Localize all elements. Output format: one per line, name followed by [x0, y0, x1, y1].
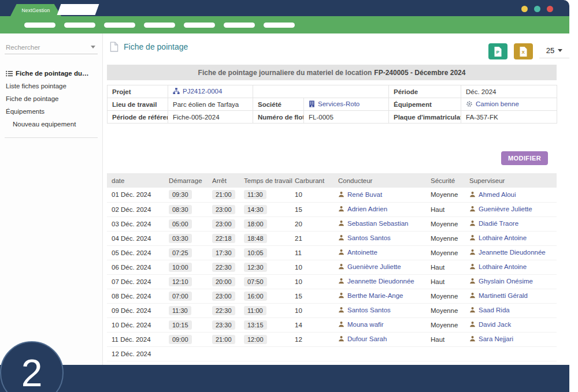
work-time-badge: 18:48 — [244, 234, 267, 243]
main-content: Fiche de pointage P X 25 Fiche de pointa… — [107, 33, 569, 365]
driver-link[interactable]: Santos Santos — [338, 234, 391, 241]
sidebar-item-liste-fiches[interactable]: Liste fiches pointage — [0, 80, 102, 92]
date-cell: 05 Déc. 2024 — [112, 249, 151, 256]
person-icon — [338, 307, 344, 313]
table-row: 12 Déc. 2024 — [107, 346, 557, 361]
start-time-badge: 03:30 — [169, 234, 192, 243]
security-cell: Haut — [431, 264, 444, 271]
security-cell: Haut — [431, 278, 444, 285]
nav-item-placeholder[interactable] — [224, 23, 255, 28]
info-row: Lieu de travail Parc éolien de Tarfaya S… — [108, 98, 557, 111]
stop-time-badge: 22:30 — [212, 263, 235, 272]
info-row: Période de référence Fiche-005-2024 Numé… — [108, 111, 557, 124]
brand-label: NextGestion — [22, 8, 50, 13]
supervisor-link[interactable]: Martinetti Gérald — [469, 292, 528, 299]
sidebar-item-fiche-pointage[interactable]: Fiche de pointage — [0, 92, 102, 105]
modifier-button[interactable]: MODIFIER — [501, 151, 548, 165]
header-demarrage: Démarrage — [164, 173, 208, 188]
supervisor-link[interactable]: Saad Rida — [469, 307, 510, 313]
svg-text:X: X — [522, 50, 525, 55]
svg-text:P: P — [497, 50, 500, 55]
sidebar-menu: Fiche de pointage du… Liste fiches point… — [0, 67, 102, 138]
header-carburant: Carburant — [290, 173, 334, 188]
security-cell: Moyenne — [431, 322, 458, 328]
equipement-link[interactable]: Camion benne — [466, 100, 519, 107]
supervisor-link[interactable]: Guenièvre Juliette — [469, 206, 532, 212]
banner-text: Fiche de pointage journaliere du materie… — [198, 69, 372, 77]
driver-link[interactable]: Jeannette Dieudonnée — [338, 278, 414, 285]
sidebar-item-nouveau-equipement[interactable]: Nouveau equipement — [0, 118, 102, 130]
projet-link[interactable]: PJ2412-0004 — [173, 88, 222, 95]
flotte-value: FL-0005 — [304, 111, 389, 124]
nav-item-placeholder[interactable] — [104, 23, 135, 28]
work-time-badge: 16:00 — [244, 292, 267, 301]
fuel-cell: 14 — [295, 322, 302, 328]
start-time-badge: 11:30 — [169, 306, 191, 315]
person-icon — [338, 263, 344, 270]
date-cell: 02 Déc. 2024 — [112, 206, 151, 213]
driver-link[interactable]: Adrien Adrien — [338, 206, 387, 212]
supervisor-link[interactable]: Jeannette Dieudonnée — [469, 249, 546, 256]
supervisor-link[interactable]: Sara Nejjari — [469, 335, 513, 342]
work-time-badge: 18:00 — [244, 219, 267, 229]
search-select[interactable]: Rechercher — [5, 42, 98, 54]
chevron-down-icon — [91, 46, 95, 48]
page-size-select[interactable]: 25 — [539, 43, 569, 58]
chevron-down-icon — [558, 49, 562, 52]
nav-item-placeholder[interactable] — [64, 23, 95, 28]
plaque-label: Plaque d'immatriculation — [389, 111, 461, 124]
sidebar-item-fiche-du[interactable]: Fiche de pointage du… — [0, 67, 102, 80]
projet-value: PJ2412-0004 — [183, 88, 222, 95]
empty-cell — [253, 85, 389, 98]
lieu-label: Lieu de travail — [108, 98, 168, 111]
stop-time-badge: 23:00 — [212, 219, 235, 229]
person-icon — [469, 307, 476, 313]
societe-link[interactable]: Services-Roto — [309, 100, 360, 107]
export-pdf-button[interactable]: P — [488, 43, 507, 59]
nav-item-placeholder[interactable] — [24, 23, 55, 28]
driver-link[interactable]: Sebastian Sebastian — [338, 220, 409, 227]
driver-link[interactable]: Berthe Marie-Ange — [338, 292, 403, 299]
driver-link[interactable]: Antoinette — [338, 249, 377, 256]
work-time-badge: 11:00 — [244, 306, 266, 315]
driver-link[interactable]: Guenièvre Juliette — [338, 263, 401, 270]
close-button[interactable] — [547, 6, 553, 12]
list-icon — [6, 70, 13, 77]
maximize-button[interactable] — [534, 6, 540, 12]
fuel-cell: 10 — [295, 307, 302, 314]
date-cell: 04 Déc. 2024 — [112, 235, 151, 242]
start-time-badge: 10:00 — [169, 263, 192, 272]
nav-item-placeholder[interactable] — [184, 23, 215, 28]
person-icon — [338, 292, 344, 298]
date-cell: 10 Déc. 2024 — [112, 322, 151, 328]
supervisor-link[interactable]: David Jack — [469, 321, 511, 328]
sheet-banner: Fiche de pointage journaliere du materie… — [107, 65, 557, 80]
date-cell: 12 Déc. 2024 — [112, 350, 151, 357]
projet-label: Projet — [108, 85, 168, 98]
driver-link[interactable]: Santos Santos — [338, 307, 391, 313]
driver-link[interactable]: Dufour Sarah — [338, 335, 387, 342]
work-time-badge: 11:30 — [244, 190, 266, 199]
person-icon — [338, 321, 344, 327]
supervisor-link[interactable]: Ghyslain Onésime — [469, 278, 533, 285]
supervisor-link[interactable]: Diadié Traore — [469, 220, 518, 227]
person-icon — [338, 220, 344, 226]
export-excel-button[interactable]: X — [514, 43, 533, 59]
nav-item-placeholder[interactable] — [144, 23, 175, 28]
building-icon — [309, 100, 315, 107]
fuel-cell: 15 — [295, 293, 302, 300]
minimize-button[interactable] — [521, 6, 528, 12]
person-icon — [469, 335, 476, 342]
fuel-cell: 12 — [295, 336, 302, 343]
sidebar-item-equipements[interactable]: Équipements — [0, 105, 102, 118]
driver-link[interactable]: René Buvat — [338, 191, 382, 198]
nav-item-placeholder[interactable] — [264, 23, 295, 28]
brand-tab[interactable]: NextGestion — [10, 4, 61, 16]
supervisor-link[interactable]: Lothaire Antoine — [469, 263, 527, 270]
supervisor-link[interactable]: Ahmed Aloui — [469, 191, 516, 198]
start-time-badge: 09:00 — [169, 335, 192, 344]
supervisor-link[interactable]: Lothaire Antoine — [469, 234, 527, 241]
sidebar-item-label: Nouveau equipement — [13, 121, 76, 128]
driver-link[interactable]: Mouna wafir — [338, 321, 384, 328]
tab-placeholder[interactable] — [57, 4, 99, 15]
